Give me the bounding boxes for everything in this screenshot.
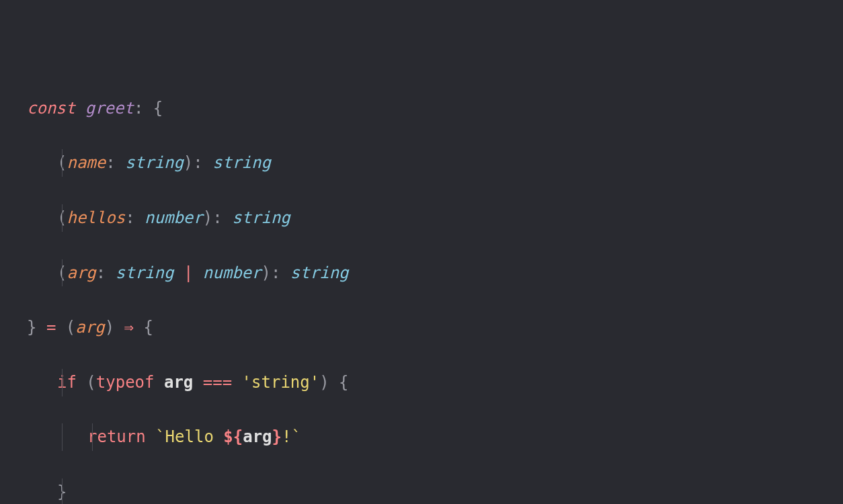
template-string: Hello — [165, 427, 224, 446]
indent-guide — [92, 423, 93, 451]
interp-close: } — [272, 427, 282, 446]
code-line: (name: string): string — [27, 149, 816, 177]
close-brace: } — [27, 318, 36, 337]
code-line: } — [27, 478, 816, 504]
string-literal: 'string' — [242, 373, 320, 392]
return-type: string — [232, 208, 290, 227]
colon: : — [96, 263, 106, 282]
paren-open: ( — [66, 318, 75, 337]
code-line: (hellos: number): string — [27, 204, 816, 232]
paren-close: ) — [319, 373, 329, 392]
keyword-return: return — [87, 427, 146, 446]
param-arg: arg — [75, 318, 104, 337]
backtick: ` — [155, 427, 165, 446]
type-number: number — [203, 263, 262, 282]
code-line: return `Hello ${arg}!` — [27, 423, 816, 451]
param-arg: arg — [67, 263, 95, 282]
colon: : — [271, 263, 280, 282]
indent-guide — [62, 204, 63, 232]
colon: : — [106, 153, 115, 172]
code-line: const greet: { — [27, 95, 816, 122]
colon: : — [193, 153, 202, 172]
keyword-if: if — [57, 373, 77, 392]
indent-guide — [62, 259, 63, 287]
open-brace: { — [339, 373, 348, 392]
keyword-typeof: typeof — [96, 373, 155, 392]
paren-close: ) — [105, 318, 114, 337]
paren-close: ) — [184, 153, 193, 172]
paren-close: ) — [261, 263, 270, 282]
code-line: if (typeof arg === 'string') { — [27, 369, 816, 396]
paren-open: ( — [86, 373, 95, 392]
code-line: (arg: string | number): string — [27, 259, 816, 287]
colon: : — [125, 208, 134, 227]
arrow: ⇒ — [124, 318, 134, 337]
triple-equals: === — [203, 373, 232, 392]
type-number: number — [145, 208, 203, 227]
param-name: name — [67, 153, 106, 172]
identifier-greet: greet — [85, 99, 134, 118]
union-pipe: | — [184, 263, 193, 282]
open-brace: { — [153, 99, 163, 118]
return-type: string — [290, 263, 349, 282]
indent-guide — [62, 369, 63, 396]
code-line: } = (arg) ⇒ { — [27, 314, 816, 341]
var-arg: arg — [243, 427, 272, 446]
type-string: string — [116, 263, 174, 282]
param-hellos: hellos — [67, 208, 125, 227]
code-block: const greet: { (name: string): string (h… — [27, 67, 816, 504]
indent-guide — [62, 478, 63, 504]
var-arg: arg — [164, 373, 193, 392]
interp-open: ${ — [223, 427, 243, 446]
indent-guide — [62, 149, 63, 177]
equals: = — [46, 318, 56, 337]
open-brace: { — [143, 318, 153, 337]
keyword-const: const — [27, 99, 75, 118]
colon: : — [212, 208, 222, 227]
backtick: ` — [291, 427, 300, 446]
paren-close: ) — [203, 208, 212, 227]
colon: : — [134, 99, 143, 118]
type-string: string — [125, 153, 184, 172]
return-type: string — [212, 153, 271, 172]
template-string: ! — [282, 427, 291, 446]
indent-guide — [62, 423, 63, 451]
